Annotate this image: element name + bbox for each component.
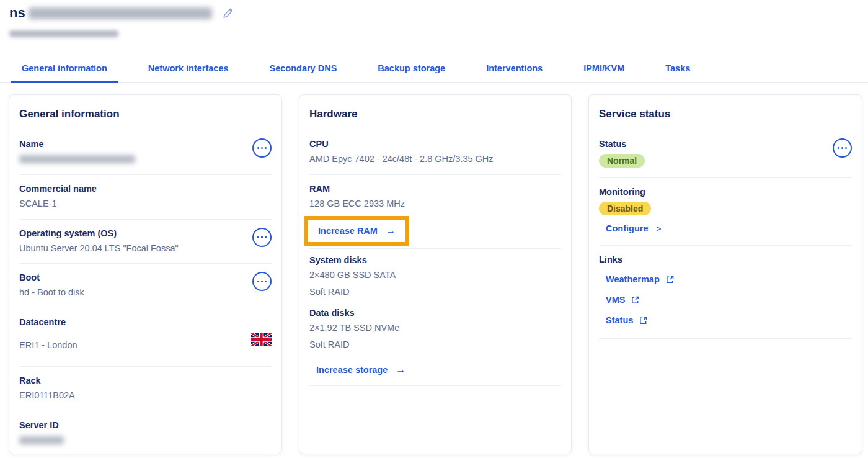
weathermap-link-label: Weathermap (606, 274, 660, 284)
data-disks-label: Data disks (309, 308, 561, 318)
tab-secondary-dns[interactable]: Secondary DNS (259, 63, 348, 83)
status-page-link-label: Status (606, 315, 633, 325)
external-link-icon (631, 296, 639, 304)
boot-label: Boot (19, 272, 272, 282)
ellipsis-circle-icon (257, 281, 260, 283)
divider (599, 338, 852, 339)
server-id-row: Server ID (9, 411, 281, 456)
system-disks-label: System disks (309, 255, 561, 265)
tab-general-information[interactable]: General information (11, 63, 118, 83)
redacted-server-name (29, 7, 212, 19)
name-row: Name (9, 130, 281, 174)
tab-interventions[interactable]: Interventions (475, 63, 554, 83)
datacentre-row: Datacentre ERI1 - London (9, 308, 281, 367)
general-information-card-title: General information (9, 95, 281, 130)
external-link-icon (666, 276, 674, 284)
data-disks-row: Data disks 2×1.92 TB SSD NVMe Soft RAID (299, 302, 571, 354)
status-row: Status Normal (589, 130, 862, 177)
commercial-name-label: Commercial name (19, 184, 272, 194)
os-row: Operating system (OS) Ubuntu Server 20.0… (9, 220, 281, 264)
monitoring-label: Monitoring (599, 187, 852, 197)
system-disks-row: System disks 2×480 GB SSD SATA Soft RAID (299, 249, 571, 302)
data-disks-value: 2×1.92 TB SSD NVMe (309, 322, 561, 335)
arrow-right-icon: → (396, 364, 405, 375)
edit-title-button[interactable] (222, 7, 234, 19)
cpu-label: CPU (309, 139, 561, 149)
increase-ram-highlight-box: Increase RAM → (304, 216, 409, 246)
weathermap-link[interactable]: Weathermap (606, 274, 674, 284)
vms-link[interactable]: VMS (606, 295, 639, 305)
pencil-icon (222, 7, 234, 19)
ellipsis-circle-icon (257, 236, 260, 238)
data-disks-raid: Soft RAID (309, 339, 561, 351)
cpu-row: CPU AMD Epyc 7402 - 24c/48t - 2.8 GHz/3.… (299, 130, 571, 174)
page-header: ns (0, 0, 868, 37)
general-information-card: General information Name Commercial name… (9, 94, 282, 454)
cards-container: General information Name Commercial name… (0, 83, 868, 454)
datacentre-label: Datacentre (19, 317, 272, 327)
rack-value: ERI0111B02A (19, 390, 272, 402)
boot-row: Boot hd - Boot to disk (9, 264, 281, 308)
links-row: Links Weathermap VMS (589, 246, 862, 338)
arrow-right-icon: → (386, 225, 396, 236)
increase-ram-link-label: Increase RAM (318, 226, 378, 236)
boot-more-options-button[interactable] (252, 272, 272, 291)
ram-label: RAM (309, 184, 561, 194)
ram-row: RAM 128 GB ECC 2933 MHz Increase RAM → (299, 175, 571, 249)
redacted-server-id-value (19, 436, 64, 444)
tab-bar: General information Network interfaces S… (0, 63, 868, 83)
ellipsis-circle-icon (838, 147, 840, 150)
hardware-card-title: Hardware (299, 95, 571, 130)
rack-row: Rack ERI0111B02A (9, 367, 281, 411)
commercial-name-value: SCALE-1 (19, 198, 272, 210)
increase-storage-link-label: Increase storage (316, 365, 388, 375)
tab-ipmi-kvm[interactable]: IPMI/KVM (572, 63, 636, 83)
boot-value: hd - Boot to disk (19, 287, 272, 299)
system-disks-raid: Soft RAID (309, 286, 561, 299)
commercial-name-row: Commercial name SCALE-1 (9, 175, 281, 219)
cpu-value: AMD Epyc 7402 - 24c/48t - 2.8 GHz/3.35 G… (309, 153, 561, 166)
tab-backup-storage[interactable]: Backup storage (366, 63, 456, 83)
rack-label: Rack (19, 375, 272, 385)
system-disks-value: 2×480 GB SSD SATA (309, 269, 561, 282)
ram-value: 128 GB ECC 2933 MHz (309, 198, 561, 210)
increase-storage-row: Increase storage → (299, 354, 571, 385)
os-more-options-button[interactable] (252, 228, 272, 247)
increase-storage-link[interactable]: Increase storage → (316, 364, 405, 375)
configure-link-label: Configure (606, 223, 648, 233)
increase-ram-link[interactable]: Increase RAM → (308, 220, 405, 242)
status-label: Status (599, 139, 852, 149)
status-badge: Normal (599, 154, 645, 168)
datacentre-value: ERI1 - London (19, 339, 272, 352)
redacted-name-value (19, 155, 135, 163)
external-link-icon (639, 317, 647, 325)
redacted-subtitle (9, 30, 118, 37)
name-more-options-button[interactable] (252, 138, 272, 158)
uk-flag-icon (251, 333, 272, 346)
server-id-label: Server ID (19, 420, 272, 430)
tab-tasks[interactable]: Tasks (654, 63, 701, 83)
hardware-card: Hardware CPU AMD Epyc 7402 - 24c/48t - 2… (299, 94, 572, 454)
status-more-options-button[interactable] (833, 138, 852, 158)
divider (19, 456, 272, 456)
links-label: Links (599, 254, 852, 264)
chevron-right-icon: > (656, 224, 661, 233)
monitoring-badge: Disabled (599, 202, 651, 215)
os-label: Operating system (OS) (19, 228, 272, 238)
configure-monitoring-link[interactable]: Configure > (606, 223, 661, 233)
divider (309, 385, 561, 386)
service-status-card: Service status Status Normal Monitoring … (588, 94, 862, 454)
name-label: Name (19, 139, 272, 149)
ellipsis-circle-icon (257, 147, 260, 150)
page-title: ns (9, 5, 212, 21)
monitoring-row: Monitoring Disabled Configure > (589, 178, 862, 245)
vms-link-label: VMS (606, 295, 625, 305)
os-value: Ubuntu Server 20.04 LTS "Focal Fossa" (19, 243, 272, 255)
service-status-card-title: Service status (589, 95, 862, 130)
page-title-prefix: ns (9, 5, 25, 21)
tab-network-interfaces[interactable]: Network interfaces (137, 63, 240, 83)
status-page-link[interactable]: Status (606, 315, 647, 325)
